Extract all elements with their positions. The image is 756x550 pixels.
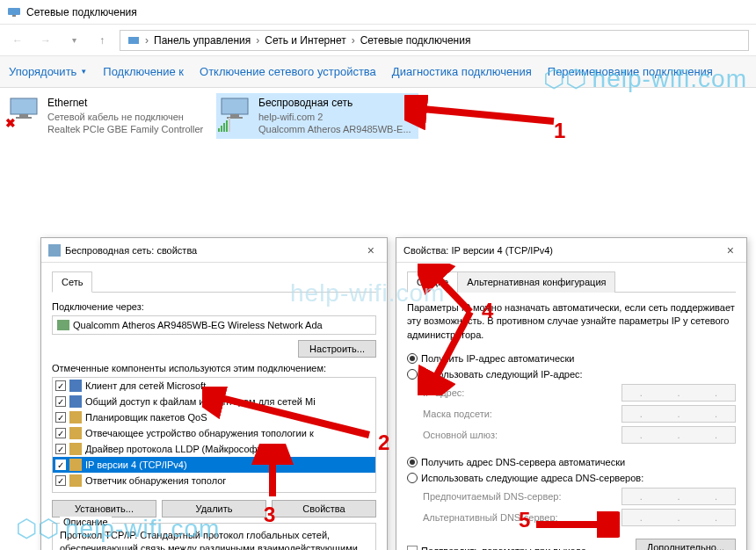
signal-icon	[218, 118, 230, 132]
network-adapter-icon	[48, 244, 61, 257]
adapter-device: Realtek PCIe GBE Family Controller	[47, 123, 203, 135]
adapters-list: ✖ Ethernet Сетевой кабель не подключен R…	[5, 93, 751, 139]
radio-dns-auto[interactable]: Получить адрес DNS-сервера автоматически	[407, 454, 736, 470]
install-button[interactable]: Установить...	[52, 500, 156, 517]
svg-rect-1	[12, 15, 16, 17]
window-title: Сетевые подключения	[26, 6, 137, 18]
navigation-bar: ← → ▾ ↑ › Панель управления › Сеть и Инт…	[0, 25, 756, 56]
ethernet-icon: ✖	[9, 97, 42, 130]
properties-button[interactable]: Свойства	[272, 500, 376, 517]
remove-button[interactable]: Удалить	[162, 500, 266, 517]
description-box: Описание Протокол TCP/IP. Стандартный пр…	[52, 523, 376, 550]
diagnose-button[interactable]: Диагностика подключения	[392, 65, 532, 78]
adapter-ethernet[interactable]: ✖ Ethernet Сетевой кабель не подключен R…	[5, 93, 207, 139]
connect-to-menu[interactable]: Подключение к	[103, 65, 184, 78]
adapter-name: Ethernet	[47, 97, 203, 111]
rename-button[interactable]: Переименование подключения	[548, 65, 713, 78]
radio-ip-auto[interactable]: Получить IP-адрес автоматически	[407, 351, 736, 366]
tabs: Общие Альтернативная конфигурация	[407, 271, 736, 293]
svg-rect-0	[8, 8, 20, 15]
dialog-titlebar: Свойства: IP версии 4 (TCP/IPv4) ×	[396, 238, 746, 263]
disable-device-button[interactable]: Отключение сетевого устройства	[200, 65, 376, 78]
list-item: ✓Ответчик обнаружения тополог	[53, 473, 375, 488]
up-button[interactable]: ↑	[91, 30, 113, 51]
annotation-5: 5	[519, 508, 530, 532]
tabs: Сеть	[52, 271, 376, 293]
components-label: Отмеченные компоненты используются этим …	[52, 363, 376, 373]
svg-rect-14	[69, 427, 82, 439]
configure-button[interactable]: Настроить...	[298, 340, 376, 358]
svg-rect-7	[230, 114, 239, 117]
dialog-title-text: Свойства: IP версии 4 (TCP/IPv4)	[403, 245, 553, 256]
list-item: ✓Планировщик пакетов QoS	[53, 409, 375, 425]
list-item: ✓Общий доступ к файлам и принтерам для с…	[53, 394, 375, 409]
annotation-1: 1	[554, 119, 565, 143]
list-item: ✓Драйвер протокола LLDP (Майкрософт)	[53, 441, 375, 457]
svg-rect-11	[69, 380, 82, 392]
subnet-mask-input: ...	[622, 405, 736, 423]
network-icon	[7, 5, 21, 19]
advanced-button[interactable]: Дополнительно...	[636, 539, 736, 550]
close-icon[interactable]: ×	[722, 242, 739, 259]
svg-rect-9	[48, 244, 61, 257]
organize-menu[interactable]: Упорядочить▼	[9, 65, 87, 78]
ipv4-properties-dialog: Свойства: IP версии 4 (TCP/IPv4) × Общие…	[396, 237, 747, 550]
intro-text: Параметры IP можно назначать автоматичес…	[407, 301, 736, 342]
svg-rect-17	[69, 474, 82, 487]
adapter-device: Qualcomm Atheros AR9485WB-E...	[258, 123, 411, 135]
radio-dns-manual[interactable]: Использовать следующие адреса DNS-сервер…	[407, 470, 736, 486]
svg-rect-2	[128, 37, 139, 44]
adapter-field: Qualcomm Atheros AR9485WB-EG Wireless Ne…	[52, 315, 376, 335]
dns-alt-input: ...	[622, 509, 736, 526]
svg-rect-5	[16, 117, 32, 119]
list-item-ipv4[interactable]: ✓IP версии 4 (TCP/IPv4)	[53, 457, 375, 473]
annotation-3: 3	[264, 503, 275, 527]
crumb-control-panel[interactable]: Панель управления	[154, 34, 251, 47]
gateway-input: ...	[622, 426, 736, 444]
dns-pref-input: ...	[622, 488, 736, 505]
dialog-title-text: Беспроводная сеть: свойства	[65, 245, 197, 256]
dns-alt-label: Альтернативный DNS-сервер:	[423, 512, 558, 523]
tab-alt-config[interactable]: Альтернативная конфигурация	[457, 271, 615, 293]
back-button[interactable]: ←	[7, 30, 28, 51]
svg-rect-15	[69, 443, 82, 455]
adapter-name-text: Qualcomm Atheros AR9485WB-EG Wireless Ne…	[73, 320, 323, 330]
disconnected-icon: ✖	[5, 116, 16, 130]
content-area: ✖ Ethernet Сетевой кабель не подключен R…	[0, 88, 756, 545]
connect-using-label: Подключение через:	[52, 301, 376, 312]
address-bar[interactable]: › Панель управления › Сеть и Интернет › …	[120, 30, 749, 51]
description-text: Протокол TCP/IP. Стандартный протокол гл…	[60, 529, 368, 550]
components-list[interactable]: ✓Клиент для сетей Microsoft ✓Общий досту…	[52, 377, 376, 493]
ip-address-label: IP-адрес:	[423, 387, 464, 398]
svg-rect-13	[69, 411, 82, 423]
validate-checkbox[interactable]: Подтвердить параметры при выходе	[407, 546, 586, 550]
nic-icon	[57, 320, 69, 330]
recent-button[interactable]: ▾	[63, 30, 84, 51]
toolbar: Упорядочить▼ Подключение к Отключение се…	[0, 56, 756, 88]
svg-rect-10	[57, 320, 69, 330]
adapter-wireless[interactable]: Беспроводная сеть help-wifi.com 2 Qualco…	[216, 93, 418, 139]
svg-rect-3	[11, 98, 37, 114]
gateway-label: Основной шлюз:	[423, 430, 498, 440]
svg-rect-16	[69, 459, 82, 471]
crumb-connections[interactable]: Сетевые подключения	[360, 34, 471, 47]
svg-rect-4	[19, 114, 28, 117]
adapter-status: Сетевой кабель не подключен	[47, 111, 203, 123]
annotation-4: 4	[482, 299, 493, 323]
crumb-network[interactable]: Сеть и Интернет	[265, 34, 345, 47]
svg-rect-6	[222, 98, 248, 114]
wireless-properties-dialog: Беспроводная сеть: свойства × Сеть Подкл…	[40, 237, 388, 550]
adapter-status: help-wifi.com 2	[258, 111, 411, 123]
forward-button[interactable]: →	[35, 30, 56, 51]
radio-ip-manual[interactable]: Использовать следующий IP-адрес:	[407, 366, 736, 382]
svg-rect-12	[69, 395, 82, 408]
description-title: Описание	[60, 517, 112, 527]
window-titlebar: Сетевые подключения	[0, 0, 756, 25]
tab-network[interactable]: Сеть	[52, 271, 92, 293]
dialog-titlebar: Беспроводная сеть: свойства ×	[41, 238, 387, 263]
close-icon[interactable]: ×	[362, 242, 380, 259]
list-item: ✓Отвечающее устройство обнаружения топол…	[53, 425, 375, 441]
folder-icon	[127, 34, 140, 47]
subnet-mask-label: Маска подсети:	[423, 409, 492, 419]
tab-general[interactable]: Общие	[407, 271, 458, 293]
